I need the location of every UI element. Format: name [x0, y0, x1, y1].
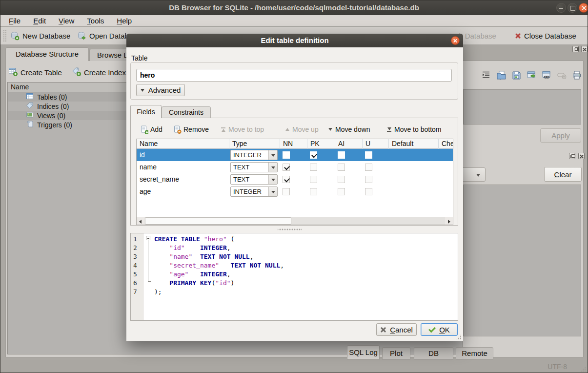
cancel-button[interactable]: Cancel — [376, 323, 417, 336]
column-header-type[interactable]: Type — [229, 139, 280, 149]
move-down-button[interactable]: Move down — [328, 123, 370, 136]
apply-button[interactable]: Apply — [540, 128, 581, 143]
field-name-cell[interactable]: age — [140, 187, 151, 195]
open-database-icon — [77, 31, 86, 41]
execute-icon[interactable] — [526, 70, 538, 82]
scrollbar-thumb[interactable] — [145, 217, 291, 225]
combobox-arrow-icon[interactable] — [268, 163, 277, 172]
nn-checkbox[interactable] — [283, 151, 290, 159]
minimize-button[interactable] — [556, 3, 566, 13]
tab-remote[interactable]: Remote — [456, 347, 493, 360]
fields-grid-hscrollbar[interactable] — [137, 217, 453, 225]
scroll-left-arrow[interactable] — [137, 217, 144, 225]
menu-edit[interactable]: Edit — [27, 17, 52, 25]
close-window-button[interactable] — [579, 3, 588, 13]
dialog-close-button[interactable] — [451, 36, 460, 45]
menu-help[interactable]: Help — [110, 17, 138, 25]
add-button[interactable]: Add — [140, 123, 162, 136]
u-checkbox[interactable] — [365, 188, 372, 195]
print-icon[interactable] — [571, 70, 583, 82]
ai-checkbox[interactable] — [338, 164, 345, 171]
new-database-button[interactable]: New Database — [10, 29, 70, 42]
u-checkbox[interactable] — [365, 164, 372, 171]
advanced-toggle-button[interactable]: Advanced — [136, 84, 185, 96]
field-name-cell[interactable]: id — [140, 151, 145, 159]
ai-checkbox[interactable] — [338, 188, 345, 195]
link-icon[interactable] — [541, 70, 553, 82]
pk-checkbox[interactable] — [310, 151, 317, 159]
sql-token-plain: , — [250, 253, 254, 260]
ai-checkbox[interactable] — [338, 176, 345, 183]
field-type-combobox[interactable]: TEXT — [230, 162, 278, 172]
menu-tools[interactable]: Tools — [81, 17, 110, 25]
field-row-name[interactable]: nameTEXT — [137, 161, 453, 173]
sql-code-line: PRIMARY KEY("id") — [154, 279, 234, 288]
column-header-pk[interactable]: PK — [307, 139, 335, 149]
pk-checkbox[interactable] — [310, 176, 317, 183]
tab-database-structure[interactable]: Database Structure — [5, 47, 89, 61]
log-dock-float-button[interactable] — [569, 153, 575, 159]
combobox-arrow-icon[interactable] — [268, 187, 277, 196]
pk-checkbox[interactable] — [310, 164, 317, 171]
tab-sql-log[interactable]: SQL Log — [347, 345, 380, 360]
tab-plot[interactable]: Plot — [382, 347, 410, 360]
field-name-cell[interactable]: secret_name — [140, 175, 179, 183]
remove-button[interactable]: Remove — [173, 123, 209, 136]
field-type-combobox[interactable]: INTEGER — [230, 186, 278, 197]
move-to-top-button[interactable]: Move to top — [221, 123, 264, 136]
field-row-id[interactable]: idINTEGER — [137, 149, 453, 161]
clear-log-button[interactable]: Clear — [544, 167, 582, 182]
nn-checkbox[interactable] — [283, 188, 290, 195]
combobox-arrow-icon[interactable] — [268, 175, 277, 184]
tab-db-schema[interactable]: DB Schema — [414, 347, 453, 360]
table-name-input[interactable] — [136, 69, 452, 82]
field-type-combobox[interactable]: INTEGER — [230, 150, 278, 160]
create-index-button[interactable]: Create Index — [72, 67, 126, 78]
sql-log-area[interactable] — [463, 185, 581, 336]
log-dock-close-button[interactable] — [578, 153, 585, 159]
dialog-tab-constraints[interactable]: Constraints — [162, 106, 211, 118]
code-fold-icon[interactable] — [146, 236, 150, 240]
move-up-button[interactable]: Move up — [285, 123, 319, 136]
move-down-icon — [328, 128, 332, 131]
column-header-ai[interactable]: AI — [335, 139, 363, 149]
menu-view[interactable]: View — [52, 17, 81, 25]
column-header-nn[interactable]: NN — [280, 139, 307, 149]
cell-editor-area[interactable] — [463, 89, 581, 124]
pk-checkbox[interactable] — [310, 188, 317, 195]
field-row-age[interactable]: ageINTEGER — [137, 186, 453, 198]
sql-token-plain — [154, 244, 169, 251]
field-row-secret-name[interactable]: secret_nameTEXT — [137, 173, 453, 186]
field-name-cell[interactable]: name — [140, 163, 157, 171]
save-file-icon[interactable] — [511, 70, 523, 82]
column-header-u[interactable]: U — [363, 139, 389, 149]
open-file-icon[interactable] — [496, 70, 507, 82]
splitter-handle[interactable] — [278, 228, 302, 231]
ok-button[interactable]: OK — [421, 323, 458, 336]
dock-close-button[interactable] — [581, 46, 588, 52]
dock-float-button[interactable] — [572, 46, 579, 52]
sql-preview[interactable]: 1CREATE TABLE "hero" (2 "id" INTEGER,3 "… — [130, 233, 458, 321]
chevron-down-icon — [141, 89, 144, 92]
field-type-combobox[interactable]: TEXT — [230, 174, 278, 185]
nn-checkbox[interactable] — [283, 176, 290, 183]
combobox-arrow-icon[interactable] — [268, 150, 277, 160]
nn-checkbox[interactable] — [283, 164, 290, 171]
column-header-default[interactable]: Default — [389, 139, 439, 149]
scroll-right-arrow[interactable] — [445, 217, 453, 225]
create-table-button[interactable]: Create Table — [8, 67, 62, 78]
u-checkbox[interactable] — [365, 176, 372, 183]
maximize-button[interactable] — [568, 3, 577, 13]
indent-icon[interactable] — [481, 70, 492, 82]
menu-file[interactable]: File — [2, 17, 27, 25]
column-header-name[interactable]: Name — [137, 139, 229, 149]
column-header-check[interactable]: Check — [439, 139, 453, 149]
dialog-tab-fields[interactable]: Fields — [130, 105, 162, 118]
move-to-bottom-button[interactable]: Move to bottom — [387, 123, 442, 136]
u-checkbox[interactable] — [365, 151, 372, 159]
toolbar-drag-handle[interactable] — [3, 29, 7, 42]
window-resize-grip[interactable] — [580, 366, 586, 372]
close-database-button[interactable]: Close Database — [515, 29, 576, 42]
ai-checkbox[interactable] — [338, 151, 345, 159]
set-null-icon[interactable] — [556, 70, 568, 82]
